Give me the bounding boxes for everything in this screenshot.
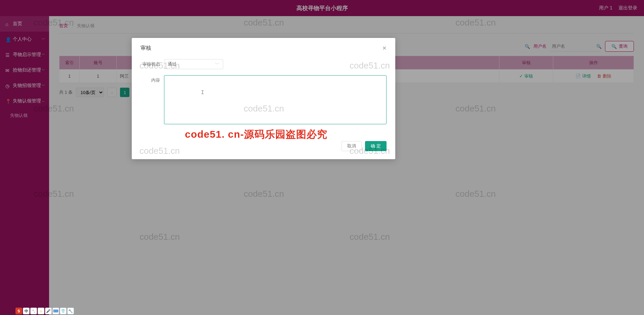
form-row-content: 内容 [140, 75, 387, 124]
ime-skin-icon[interactable]: 👕 [60, 308, 67, 314]
confirm-button[interactable]: 确 定 [365, 141, 387, 151]
ime-keyboard-icon[interactable]: ⌨ [52, 308, 59, 314]
cancel-button[interactable]: 取消 [341, 141, 362, 151]
modal-title: 审核 [140, 45, 151, 52]
form-row-status: 审核状态 通过﹀ [140, 59, 387, 69]
ime-mic-icon[interactable]: 🎤 [45, 308, 52, 314]
audit-modal: 审核 ✕ 审核状态 通过﹀ 内容 取消 确 定 [132, 38, 395, 159]
modal-header: 审核 ✕ [140, 45, 387, 52]
ime-zh-icon[interactable]: 中 [23, 308, 30, 314]
chevron-down-icon: ﹀ [215, 61, 219, 67]
ime-s-icon[interactable]: S [15, 308, 22, 314]
ime-toolbar[interactable]: S 中 °, ☺ 🎤 ⌨ 👕 🔧 [15, 308, 74, 314]
ime-settings-icon[interactable]: 🔧 [67, 308, 74, 314]
close-icon[interactable]: ✕ [382, 45, 387, 51]
ime-punct-icon[interactable]: °, [30, 308, 37, 314]
content-textarea[interactable] [164, 75, 387, 124]
modal-footer: 取消 确 定 [140, 141, 387, 151]
ime-emoji-icon[interactable]: ☺ [38, 308, 44, 314]
status-select[interactable]: 通过﹀ [164, 59, 223, 69]
